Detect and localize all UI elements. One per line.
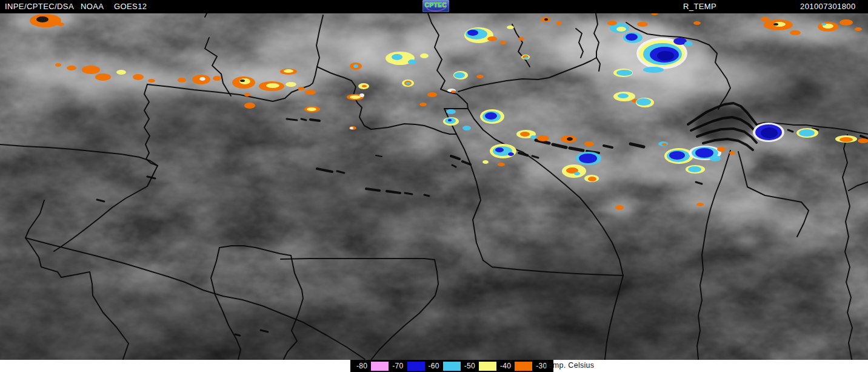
- legend-swatch--40-to--30: [515, 362, 532, 371]
- satellite-map: [0, 13, 868, 360]
- noaa-label: NOAA: [81, 2, 104, 12]
- agency-label: INPE/CPTEC/DSA: [5, 2, 74, 12]
- legend-tick--70: -70: [389, 360, 406, 372]
- legend-swatch--80-to--70: [371, 362, 389, 371]
- legend-tick--80: -80: [353, 360, 370, 372]
- logo-text: CPTEC: [422, 2, 449, 8]
- temperature-legend: -80-70-60-50-40-30: [350, 360, 553, 372]
- legend-swatch--50-to--40: [479, 362, 496, 371]
- satellite-image-viewer: INPE/CPTEC/DSA NOAA GOES12 CPTEC R_TEMP …: [0, 0, 868, 372]
- legend-swatch--70-to--60: [407, 362, 425, 371]
- legend-tick--50: -50: [461, 360, 478, 372]
- legend-tick--40: -40: [497, 360, 514, 372]
- legend-tick--60: -60: [426, 360, 442, 372]
- legend-swatch--60-to--50: [443, 362, 461, 371]
- satellite-label: GOES12: [114, 2, 147, 12]
- timestamp-label: 201007301800: [800, 2, 856, 12]
- product-label: R_TEMP: [683, 2, 716, 12]
- legend-bar: -80-70-60-50-40-30 Temp. Celsius: [0, 360, 868, 372]
- legend-unit-label: Temp. Celsius: [544, 361, 594, 370]
- top-bar: INPE/CPTEC/DSA NOAA GOES12 CPTEC R_TEMP …: [0, 0, 868, 13]
- cptec-logo: CPTEC: [422, 0, 449, 12]
